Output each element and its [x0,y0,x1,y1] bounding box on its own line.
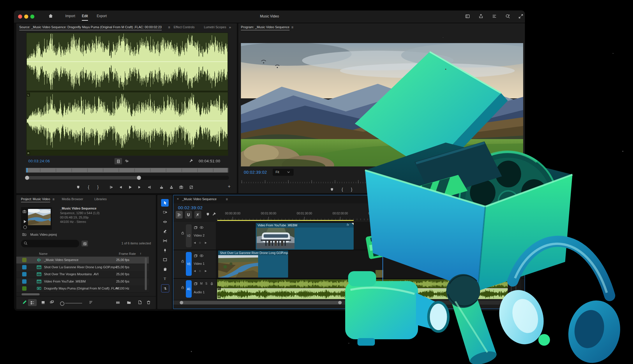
slip-tool[interactable] [161,237,169,244]
type-tool[interactable]: T [161,275,169,283]
tab-project[interactable]: Project: Music Video [21,197,50,202]
label-color-chip[interactable] [22,258,27,262]
timeline-position-timecode[interactable]: 00:02:39:02 [178,205,203,210]
label-color-chip[interactable] [22,286,27,291]
program-mini-ruler[interactable] [241,179,523,183]
project-item-row[interactable]: Dragonfly Mayu Puma (Original From M Cra… [16,285,149,292]
source-patch-icon[interactable] [194,254,198,259]
label-color-chip[interactable] [22,272,27,276]
mark-out-button[interactable]: } [94,184,101,190]
tab-media-browser[interactable]: Media Browser [62,197,83,201]
filter-bin-icon[interactable] [82,241,88,246]
column-header-frame-rate[interactable]: Frame Rate [119,252,136,255]
tab-libraries[interactable]: Libraries [94,197,107,201]
kf-add-icon[interactable]: ◇ [199,269,201,272]
ripple-edit-tool[interactable] [161,218,169,225]
scroll-handle-right[interactable] [338,301,342,304]
project-item-row[interactable]: Shot Over La Garonne River Drone Long GO… [16,264,149,271]
clip-audio-dragonfly[interactable]: L R [217,279,511,299]
label-color-chip[interactable] [22,279,27,284]
add-panel-button[interactable]: + [228,184,230,189]
folder-up-icon[interactable] [22,232,27,238]
tab-lumetri-scopes[interactable]: Lumetri Scopes [204,25,226,29]
panel-menu-icon[interactable]: ≡ [168,25,170,29]
quick-search-icon[interactable] [505,14,511,19]
clip-shot-over-garonne[interactable]: Shot Over La Garonne River Drone Long GO… [218,251,288,278]
project-item-row[interactable]: Shot Over The Vosges Mountains .AVI25,00… [16,271,149,278]
program-position-timecode[interactable]: 00:02:39:02 [244,170,267,175]
pen-tool[interactable] [161,246,169,254]
volume-rubber-band[interactable] [217,288,511,289]
tab-effect-controls[interactable]: Effect Controls [174,25,195,29]
track-target-v1[interactable]: V1 [186,252,192,276]
waveform-view-icon[interactable] [125,159,129,164]
hand-tool[interactable] [161,265,169,273]
track-output-eye-icon[interactable] [200,225,204,231]
source-zoom-scrollbar[interactable] [25,176,229,180]
go-to-in-button[interactable] [108,184,115,190]
list-view-icon[interactable] [28,299,37,306]
kf-next-icon[interactable]: ▶ [205,241,207,244]
track-name[interactable]: Video 2 [194,234,204,237]
track-output-eye-icon[interactable] [200,254,204,259]
tab-overflow-chevrons-icon[interactable]: » [229,25,231,29]
filmstrip-view-icon[interactable] [114,158,122,164]
source-patch-icon[interactable] [194,225,198,231]
freeform-view-icon[interactable] [48,299,55,306]
playhead[interactable] [382,212,383,304]
share-icon[interactable] [479,14,484,19]
mark-out-button[interactable]: } [348,186,355,193]
timeline-scrollbar[interactable] [173,301,525,305]
track-target-a1[interactable]: A1 [186,280,192,298]
lock-icon[interactable] [181,259,184,264]
source-patch-icon[interactable] [194,282,198,287]
play-button[interactable] [126,184,133,190]
go-to-out-button[interactable] [146,184,153,190]
add-marker-button[interactable] [75,184,82,190]
search-box[interactable] [21,240,79,247]
panel-menu-icon[interactable]: ≡ [226,197,228,201]
kf-next-icon[interactable]: ▶ [205,269,207,272]
zoom-slider-handle[interactable] [60,301,64,306]
project-file-name[interactable]: Music Video.prproj [30,233,57,236]
solo-button[interactable]: S [205,282,207,285]
rectangle-tool[interactable] [161,256,169,264]
vertical-scrollbar[interactable] [145,258,147,290]
overwrite-button[interactable] [168,184,175,190]
track-name[interactable]: Audio 1 [194,290,204,294]
track-target-v2[interactable]: V2 [186,224,192,247]
kf-add-icon[interactable]: ◇ [199,241,201,244]
tab-program[interactable]: Program: _Music Video Sequence [241,25,290,30]
track-name[interactable]: Video 1 [194,262,204,265]
clip-video-from-youtube[interactable]: Video From YouTube .WEBM fx [256,223,354,250]
zoom-handle-right[interactable] [137,176,141,180]
selection-tool[interactable] [161,199,169,207]
lock-icon[interactable] [181,285,184,290]
play-preview-icon[interactable] [23,219,27,225]
workspaces-icon[interactable] [492,14,497,19]
zoom-slider-track[interactable] [65,303,82,303]
panel-layout-icon[interactable] [465,14,470,19]
automate-to-sequence-icon[interactable] [114,299,121,306]
project-item-row[interactable]: Video From YouTube .WEBM25,00 fps [16,278,149,285]
lock-icon[interactable] [181,231,184,236]
sort-icon[interactable] [87,299,94,306]
export-frame-button[interactable] [178,184,185,190]
source-audio-waveform[interactable] [26,33,228,156]
mark-in-button[interactable]: { [85,184,92,190]
export-settings-button[interactable] [188,184,195,190]
settings-wrench-icon[interactable] [189,159,193,164]
remix-tool[interactable] [161,284,169,292]
new-item-icon[interactable] [136,299,143,306]
mic-icon[interactable] [210,281,214,287]
razor-tool[interactable] [161,228,169,235]
nested-sequence-icon[interactable] [176,211,183,219]
mark-in-button[interactable]: { [339,186,346,193]
sort-direction-icon[interactable]: ↑ [140,252,142,255]
new-bin-icon[interactable] [125,299,132,306]
writable-pencil-icon[interactable] [21,299,28,306]
tab-source[interactable]: Source: _Music Video Sequence: Dragonfly… [19,25,162,30]
add-marker-button[interactable] [328,186,335,193]
label-color-chip[interactable] [22,265,27,269]
source-position-timecode[interactable]: 00:03:24:06 [28,159,50,163]
